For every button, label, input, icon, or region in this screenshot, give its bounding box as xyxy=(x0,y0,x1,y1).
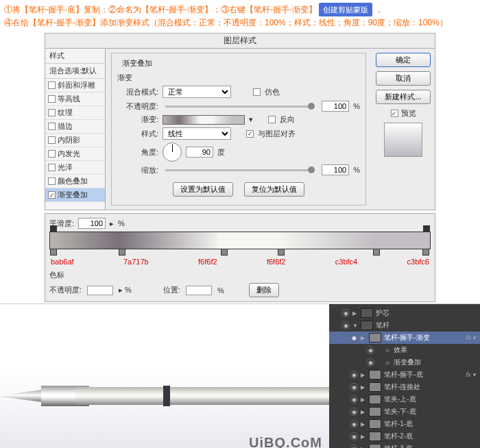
style-checkbox[interactable] xyxy=(48,177,56,185)
layer-row[interactable]: ◉▶笔杆-握手-底fx ▾ xyxy=(329,369,480,381)
layer-name: 笔杆-握手-底 xyxy=(384,370,423,379)
angle-dial[interactable] xyxy=(163,142,182,162)
reverse-checkbox[interactable] xyxy=(268,116,276,123)
visibility-icon[interactable]: ◉ xyxy=(366,358,374,366)
stops-section-label: 色标 xyxy=(49,270,431,280)
new-style-button[interactable]: 新建样式... xyxy=(376,90,431,104)
visibility-icon[interactable]: ◉ xyxy=(350,432,358,440)
dither-checkbox[interactable] xyxy=(253,88,261,96)
style-checkbox[interactable] xyxy=(48,109,56,116)
opacity-stop[interactable] xyxy=(423,225,430,232)
arrow-icon[interactable]: ▶ xyxy=(361,421,366,427)
delete-stop-button[interactable]: 删除 xyxy=(249,283,279,297)
layer-name: 笔杆 xyxy=(376,321,389,330)
layer-thumb xyxy=(361,321,373,330)
layer-row[interactable]: ◉▶笔杆-握手-渐变fx ▾ xyxy=(329,332,480,344)
style-select[interactable]: 线性 xyxy=(163,127,231,140)
visibility-icon[interactable]: ◉ xyxy=(350,445,358,448)
layer-row[interactable]: ◉▼笔杆 xyxy=(329,319,480,332)
preview-checkbox[interactable]: ✓ xyxy=(391,110,398,117)
sidebar-item[interactable]: 等高线 xyxy=(45,92,105,106)
sidebar-item[interactable]: 内阴影 xyxy=(45,134,105,147)
style-checkbox[interactable]: ✓ xyxy=(48,191,56,199)
style-checkbox[interactable] xyxy=(48,123,56,130)
visibility-icon[interactable]: ◉ xyxy=(350,420,358,428)
sidebar-item[interactable]: 描边 xyxy=(45,120,105,134)
visibility-icon[interactable]: ◉ xyxy=(366,346,374,354)
stop-position-input[interactable] xyxy=(186,286,212,295)
arrow-icon[interactable]: ▶ xyxy=(352,310,358,316)
arrow-icon[interactable]: ▶ xyxy=(361,434,366,440)
layer-row[interactable]: ◉▶笔夹-下-底 xyxy=(329,406,480,418)
layer-row[interactable]: ◉▶笔杆-3-底 xyxy=(329,443,480,448)
sidebar-item[interactable]: 光泽 xyxy=(45,161,105,175)
style-label: 斜面和浮雕 xyxy=(58,80,95,90)
layer-thumb xyxy=(369,419,381,429)
color-stop[interactable] xyxy=(221,249,228,256)
sidebar-header[interactable]: 样式 xyxy=(45,49,105,64)
sidebar-item[interactable]: 纹理 xyxy=(45,106,105,120)
arrow-icon[interactable]: ▶ xyxy=(361,372,366,378)
stop-opacity-input[interactable] xyxy=(87,286,113,295)
layer-row[interactable]: ◉▶笔杆-连接处 xyxy=(329,381,480,393)
reset-default-button[interactable]: 复位为默认值 xyxy=(244,182,304,197)
color-stop[interactable] xyxy=(422,249,429,256)
opacity-stop[interactable] xyxy=(50,225,57,232)
layer-row[interactable]: ◉○效果 xyxy=(329,344,480,356)
cancel-button[interactable]: 取消 xyxy=(376,71,431,86)
gradient-picker[interactable] xyxy=(163,115,245,125)
align-checkbox[interactable]: ✓ xyxy=(246,130,254,138)
color-stop[interactable] xyxy=(373,249,380,256)
sub-title: 渐变 xyxy=(117,73,360,83)
arrow-icon[interactable]: ▼ xyxy=(352,323,358,329)
angle-input[interactable] xyxy=(186,147,213,158)
style-label: 光泽 xyxy=(58,162,73,173)
visibility-icon[interactable]: ◉ xyxy=(350,408,358,416)
blend-mode-select[interactable]: 正常 xyxy=(163,86,231,98)
color-stop[interactable] xyxy=(119,249,125,256)
layer-row[interactable]: ◉▶笔杆-2-底 xyxy=(329,430,480,443)
scale-label: 缩放: xyxy=(117,165,158,175)
scale-input[interactable] xyxy=(322,164,349,175)
visibility-icon[interactable]: ◉ xyxy=(341,309,350,317)
arrow-icon[interactable]: ▶ xyxy=(361,384,366,390)
color-stop[interactable] xyxy=(278,249,285,256)
arrow-icon[interactable]: ▶ xyxy=(361,397,366,403)
style-checkbox[interactable] xyxy=(48,95,56,103)
fx-badge[interactable]: fx ▾ xyxy=(466,334,476,341)
visibility-icon[interactable]: ◉ xyxy=(350,383,358,391)
opacity-slider[interactable] xyxy=(165,105,315,108)
layer-row[interactable]: ◉▶笔夹-上-底 xyxy=(329,393,480,406)
style-checkbox[interactable] xyxy=(48,82,56,89)
sidebar-item[interactable]: ✓渐变叠加 xyxy=(45,188,105,202)
fx-badge[interactable]: fx ▾ xyxy=(466,371,476,378)
visibility-icon[interactable]: ◉ xyxy=(350,334,358,342)
visibility-icon[interactable]: ◉ xyxy=(350,371,358,379)
style-checkbox[interactable] xyxy=(48,150,56,158)
visibility-icon[interactable]: ◉ xyxy=(350,395,358,403)
color-stop[interactable] xyxy=(50,249,57,256)
style-checkbox[interactable] xyxy=(48,164,56,171)
smoothness-input[interactable] xyxy=(78,218,106,229)
style-checkbox[interactable] xyxy=(48,136,56,144)
layer-row[interactable]: ◉▶护芯 xyxy=(329,307,480,319)
scale-slider[interactable] xyxy=(165,169,315,171)
layer-row[interactable]: ◉○渐变叠加 xyxy=(329,356,480,369)
arrow-icon[interactable]: ▶ xyxy=(361,335,366,341)
layer-thumb xyxy=(369,333,381,343)
opacity-input[interactable] xyxy=(322,101,349,112)
arrow-icon[interactable]: ▶ xyxy=(361,409,366,415)
set-default-button[interactable]: 设置为默认值 xyxy=(173,182,233,197)
sidebar-item[interactable]: 颜色叠加 xyxy=(45,175,105,188)
layer-thumb xyxy=(369,432,381,441)
layer-thumb xyxy=(369,407,381,416)
visibility-icon[interactable]: ◉ xyxy=(341,321,350,329)
arrow-icon[interactable]: ▶ xyxy=(361,446,366,449)
sidebar-item[interactable]: 内发光 xyxy=(45,147,105,161)
sidebar-item[interactable]: 斜面和浮雕 xyxy=(45,79,105,92)
layer-row[interactable]: ◉▶笔杆-1-底 xyxy=(329,418,480,430)
gradient-bar[interactable] xyxy=(49,232,431,249)
blend-options[interactable]: 混合选项:默认 xyxy=(45,64,105,79)
reverse-label: 反向 xyxy=(280,114,295,125)
ok-button[interactable]: 确定 xyxy=(376,53,431,67)
